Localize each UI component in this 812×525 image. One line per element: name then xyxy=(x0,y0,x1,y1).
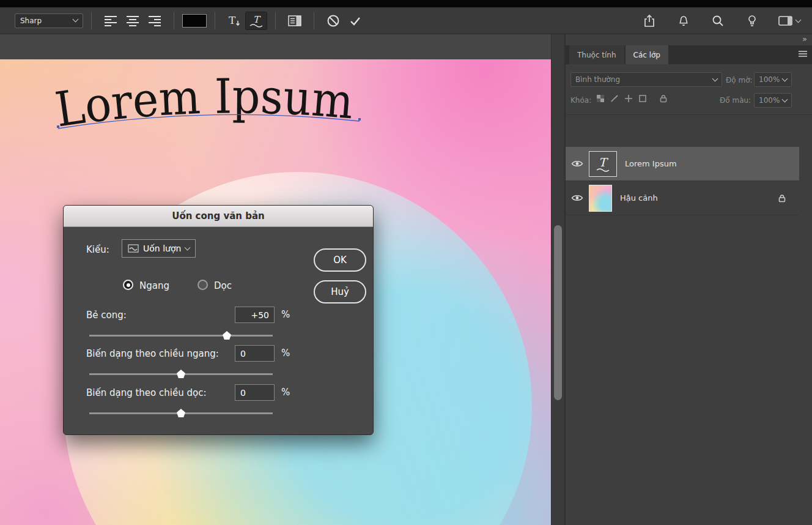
fill-value: 100% xyxy=(759,96,780,105)
orientation-vertical-radio[interactable] xyxy=(197,280,208,290)
eye-icon xyxy=(571,160,583,168)
tab-properties[interactable]: Thuộc tính xyxy=(569,45,624,64)
search-icon xyxy=(712,15,724,27)
align-right-icon xyxy=(148,15,161,26)
canvas-text: Lorem Ipsum xyxy=(52,69,356,137)
divider xyxy=(566,114,812,115)
lock-icon xyxy=(660,94,667,103)
workspace-icon xyxy=(778,15,793,26)
layer-visibility-toggle[interactable] xyxy=(566,160,589,168)
warp-text-icon: T xyxy=(248,14,264,28)
panels-icon xyxy=(288,15,301,26)
separator xyxy=(275,12,276,29)
collapse-panel-chevrons[interactable]: » xyxy=(802,34,807,44)
canvas-vertical-scrollbar[interactable] xyxy=(551,34,564,525)
bend-input[interactable]: +50 xyxy=(235,307,275,323)
path-anchor-start[interactable] xyxy=(57,125,59,128)
h-distort-unit: % xyxy=(281,348,290,359)
warp-style-dropdown[interactable]: Uốn lượn xyxy=(122,239,196,258)
blend-mode-dropdown[interactable]: Bình thường xyxy=(570,72,722,87)
share-button[interactable] xyxy=(638,12,660,30)
toggle-panels-button[interactable] xyxy=(284,12,306,30)
lightbulb-icon xyxy=(746,14,758,28)
align-left-button[interactable] xyxy=(100,12,122,30)
layer-row-background[interactable]: Hậu cảnh xyxy=(566,181,799,215)
cancel-edits-button[interactable] xyxy=(322,12,344,30)
notifications-button[interactable] xyxy=(673,12,695,30)
layer-name: Hậu cảnh xyxy=(620,193,658,203)
eye-icon xyxy=(571,194,583,202)
lock-transparency-button[interactable] xyxy=(596,94,605,103)
h-distort-label: Biến dạng theo chiều ngang: xyxy=(86,348,219,359)
panel-tabbar: Thuộc tính Các lớp xyxy=(566,45,812,64)
dialog-title[interactable]: Uốn cong văn bản xyxy=(64,206,373,227)
orientation-horizontal-radio[interactable] xyxy=(123,280,133,290)
bend-label: Bẻ cong: xyxy=(86,310,127,321)
image-layer-thumbnail[interactable] xyxy=(589,185,612,212)
commit-edits-button[interactable] xyxy=(344,12,366,30)
move-icon xyxy=(624,94,633,103)
lock-artboard-button[interactable] xyxy=(638,94,647,103)
align-right-button[interactable] xyxy=(144,12,166,30)
align-center-icon xyxy=(126,15,139,26)
warped-text-layer[interactable]: Lorem Ipsum xyxy=(0,59,551,194)
lock-pixels-button[interactable] xyxy=(610,94,619,103)
cancel-button[interactable]: Huỷ xyxy=(314,280,366,303)
workspace-switcher-button[interactable] xyxy=(775,12,803,30)
svg-text:Lorem Ipsum: Lorem Ipsum xyxy=(52,69,356,137)
menubar-strip xyxy=(0,0,812,7)
warp-style-value: Uốn lượn xyxy=(143,244,181,253)
fill-value-box[interactable]: 100% xyxy=(754,93,792,108)
svg-text:T: T xyxy=(599,155,608,169)
lock-position-button[interactable] xyxy=(624,94,633,103)
bend-slider[interactable] xyxy=(89,335,273,337)
opacity-value-box[interactable]: 100% xyxy=(754,72,792,87)
h-distort-input[interactable]: 0 xyxy=(235,345,275,362)
type-settings-icon: T xyxy=(227,14,242,28)
anti-alias-dropdown[interactable]: Sharp xyxy=(15,13,83,28)
wave-style-icon xyxy=(128,244,139,253)
layer-row-lorem-ipsum[interactable]: T Lorem Ipsum xyxy=(566,147,799,181)
lock-icon xyxy=(778,194,786,203)
checkmark-icon xyxy=(349,15,362,27)
align-center-button[interactable] xyxy=(122,12,144,30)
frame-icon xyxy=(638,94,647,103)
lock-all-button[interactable] xyxy=(660,94,667,103)
separator xyxy=(215,12,215,29)
path-anchor-end[interactable] xyxy=(358,118,361,121)
cancel-icon xyxy=(327,14,340,28)
ok-button[interactable]: OK xyxy=(314,248,366,272)
svg-text:T: T xyxy=(253,14,261,25)
v-distort-unit: % xyxy=(281,387,290,398)
opacity-label: Độ mờ: xyxy=(726,76,753,84)
h-distort-slider-thumb[interactable] xyxy=(177,370,185,378)
chevron-down-icon xyxy=(712,75,718,81)
v-distort-slider-thumb[interactable] xyxy=(177,409,185,417)
h-distort-slider[interactable] xyxy=(89,373,273,375)
chevron-down-icon xyxy=(795,17,802,23)
v-distort-slider[interactable] xyxy=(89,412,273,414)
warp-text-button[interactable]: T xyxy=(245,12,267,30)
anti-alias-value: Sharp xyxy=(20,17,42,25)
checkerboard-icon xyxy=(596,94,605,103)
search-button[interactable] xyxy=(707,12,729,30)
v-distort-input[interactable]: 0 xyxy=(235,384,275,401)
bend-unit: % xyxy=(281,309,290,320)
panel-menu-button[interactable] xyxy=(798,50,808,58)
layer-visibility-toggle[interactable] xyxy=(566,194,589,202)
type-settings-button[interactable]: T xyxy=(223,12,245,30)
scrollbar-thumb[interactable] xyxy=(554,225,562,400)
orientation-vertical-label: Dọc xyxy=(214,280,232,291)
discover-button[interactable] xyxy=(741,12,763,30)
brush-icon xyxy=(610,94,619,103)
text-layer-thumbnail[interactable]: T xyxy=(589,151,617,177)
options-bar: Sharp T T xyxy=(0,7,812,34)
chevron-down-icon xyxy=(782,96,788,102)
tab-layers[interactable]: Các lớp xyxy=(626,45,668,64)
text-color-swatch[interactable] xyxy=(182,14,207,28)
bend-slider-thumb[interactable] xyxy=(223,331,231,340)
bell-icon xyxy=(677,15,690,28)
blend-mode-value: Bình thường xyxy=(575,75,620,84)
separator xyxy=(314,12,314,29)
lock-buttons-group xyxy=(596,94,667,103)
